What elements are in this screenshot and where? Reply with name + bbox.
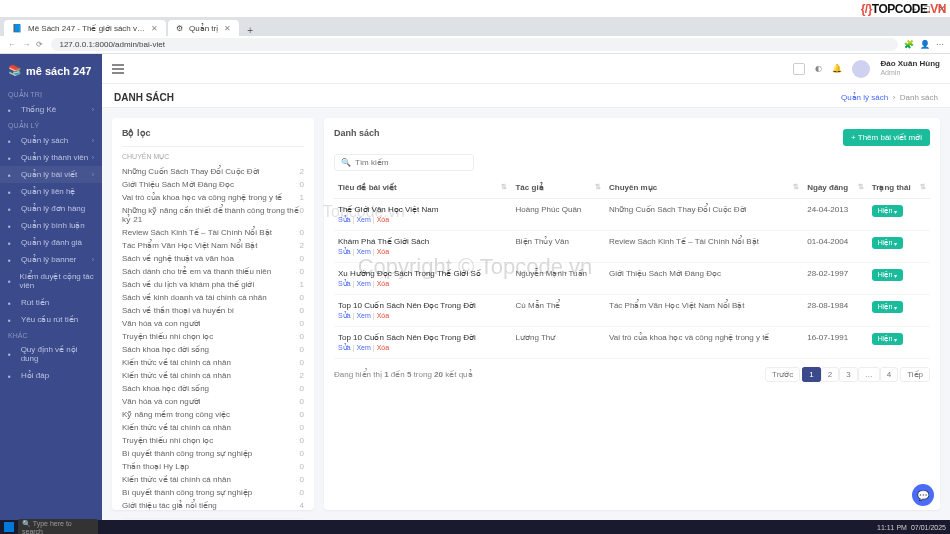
pager-page[interactable]: … xyxy=(858,367,880,382)
category-filter-item[interactable]: Sách khoa học đời sống0 xyxy=(122,343,304,356)
browser-tab-1[interactable]: ⚙ Quản trị ✕ xyxy=(168,20,239,36)
category-filter-item[interactable]: Truyện thiếu nhi chọn lọc0 xyxy=(122,434,304,447)
fullscreen-icon[interactable] xyxy=(793,63,805,75)
category-filter-item[interactable]: Sách về nghệ thuật và văn hóa0 xyxy=(122,252,304,265)
category-filter-item[interactable]: Sách khoa học đời sống0 xyxy=(122,382,304,395)
column-header[interactable]: Tiêu đề bài viết⇅ xyxy=(334,177,511,199)
pager-next[interactable]: Tiếp xyxy=(900,367,930,382)
sidebar-item[interactable]: ▪Quản lý sách› xyxy=(0,132,102,149)
search-input[interactable] xyxy=(355,158,467,167)
new-tab-button[interactable]: + xyxy=(241,25,259,36)
column-header[interactable]: Trạng thái⇅ xyxy=(868,177,930,199)
extensions-icon[interactable]: 🧩 xyxy=(904,40,914,49)
category-filter-item[interactable]: Vai trò của khoa học và công nghệ trong … xyxy=(122,191,304,204)
category-filter-item[interactable]: Kiến thức về tài chính cá nhân0 xyxy=(122,421,304,434)
category-filter-item[interactable]: Những Cuốn Sách Thay Đổi Cuộc Đời2 xyxy=(122,165,304,178)
user-menu[interactable]: Đào Xuân Hùng Admin xyxy=(880,60,940,76)
profile-icon[interactable]: 👤 xyxy=(920,40,930,49)
sidebar-item[interactable]: ▪Quản lý liên hệ xyxy=(0,183,102,200)
category-filter-item[interactable]: Văn hóa và con người0 xyxy=(122,317,304,330)
row-delete-link[interactable]: Xóa xyxy=(377,312,389,319)
theme-toggle-icon[interactable]: ◐ xyxy=(815,64,822,73)
row-view-link[interactable]: Xem xyxy=(356,312,370,319)
pager-page[interactable]: 4 xyxy=(880,367,898,382)
start-button[interactable] xyxy=(4,522,14,532)
row-delete-link[interactable]: Xóa xyxy=(377,216,389,223)
sidebar-item[interactable]: ▪Quản lý banner› xyxy=(0,251,102,268)
hamburger-icon[interactable] xyxy=(112,64,124,74)
sidebar-item[interactable]: ▪Quản lý đánh giá xyxy=(0,234,102,251)
row-edit-link[interactable]: Sửa xyxy=(338,216,351,223)
chat-fab[interactable]: 💬 xyxy=(912,484,934,506)
sidebar-item[interactable]: ▪Hỏi đáp xyxy=(0,367,102,384)
add-post-button[interactable]: + Thêm bài viết mới xyxy=(843,129,930,146)
category-filter-item[interactable]: Văn hóa và con người0 xyxy=(122,395,304,408)
taskbar-search[interactable]: 🔍 Type here to search xyxy=(18,519,98,535)
sidebar-item[interactable]: ▪Yêu cầu rút tiền xyxy=(0,311,102,328)
tab-close-icon[interactable]: ✕ xyxy=(224,24,231,33)
sidebar-item[interactable]: ▪Quản lý thành viên› xyxy=(0,149,102,166)
sidebar-item[interactable]: ▪Quy định về nội dung xyxy=(0,341,102,367)
category-filter-item[interactable]: Những kỹ năng cần thiết để thành công tr… xyxy=(122,204,304,226)
tray-date[interactable]: 07/01/2025 xyxy=(911,524,946,531)
row-delete-link[interactable]: Xóa xyxy=(377,344,389,351)
row-edit-link[interactable]: Sửa xyxy=(338,312,351,319)
row-edit-link[interactable]: Sửa xyxy=(338,248,351,255)
sidebar-item[interactable]: ▪Rút tiền xyxy=(0,294,102,311)
row-delete-link[interactable]: Xóa xyxy=(377,248,389,255)
category-filter-item[interactable]: Giới thiệu tác giả nổi tiếng4 xyxy=(122,499,304,512)
category-filter-item[interactable]: Giới Thiệu Sách Mới Đáng Đọc0 xyxy=(122,178,304,191)
category-filter-item[interactable]: Sách về kinh doanh và tài chính cá nhân0 xyxy=(122,291,304,304)
sidebar-item[interactable]: ▪Quản lý đơn hàng xyxy=(0,200,102,217)
tab-close-icon[interactable]: ✕ xyxy=(151,24,158,33)
nav-back-icon[interactable]: ← xyxy=(8,40,16,49)
column-header[interactable]: Ngày đăng⇅ xyxy=(803,177,868,199)
column-header[interactable]: Tác giả⇅ xyxy=(511,177,605,199)
category-filter-item[interactable]: Truyện thiếu nhi chọn lọc0 xyxy=(122,330,304,343)
status-badge[interactable]: Hiện ▾ xyxy=(872,205,904,217)
category-filter-item[interactable]: Sách về du lịch và khám phá thế giới1 xyxy=(122,278,304,291)
row-view-link[interactable]: Xem xyxy=(356,216,370,223)
category-filter-item[interactable]: Kỹ năng mềm trong công việc0 xyxy=(122,408,304,421)
row-view-link[interactable]: Xem xyxy=(356,248,370,255)
sidebar-item[interactable]: ▪Quản lý bình luận xyxy=(0,217,102,234)
nav-forward-icon[interactable]: → xyxy=(22,40,30,49)
nav-reload-icon[interactable]: ⟳ xyxy=(36,40,43,49)
category-filter-item[interactable]: Kiến thức về tài chính cá nhân0 xyxy=(122,356,304,369)
category-filter-item[interactable]: Review Sách Kinh Tế – Tài Chính Nổi Bật0 xyxy=(122,226,304,239)
pager-page[interactable]: 1 xyxy=(802,367,820,382)
sidebar-item[interactable]: ▪Thống Kê› xyxy=(0,101,102,118)
status-badge[interactable]: Hiện ▾ xyxy=(872,301,904,313)
row-delete-link[interactable]: Xóa xyxy=(377,280,389,287)
pager-prev[interactable]: Trước xyxy=(765,367,800,382)
category-filter-item[interactable]: Thần thoại Hy Lạp0 xyxy=(122,460,304,473)
category-filter-item[interactable]: Bí quyết thành công trong sự nghiệp0 xyxy=(122,486,304,499)
category-filter-item[interactable]: Sách về thần thoại và huyền bí0 xyxy=(122,304,304,317)
notifications-icon[interactable]: 🔔 xyxy=(832,64,842,73)
address-bar[interactable]: 127.0.0.1:8000/admin/bai-viet xyxy=(51,38,898,51)
category-filter-item[interactable]: Kiến thức về tài chính cá nhân0 xyxy=(122,473,304,486)
category-filter-item[interactable]: Bí quyết thành công trong sự nghiệp0 xyxy=(122,447,304,460)
row-edit-link[interactable]: Sửa xyxy=(338,344,351,351)
pager-page[interactable]: 2 xyxy=(821,367,839,382)
sidebar-item[interactable]: ▪Quản lý bài viết› xyxy=(0,166,102,183)
tray-time[interactable]: 11:11 PM xyxy=(877,524,907,531)
category-filter-item[interactable]: Kiến thức về tài chính cá nhân2 xyxy=(122,369,304,382)
search-box[interactable]: 🔍 xyxy=(334,154,474,171)
row-view-link[interactable]: Xem xyxy=(356,280,370,287)
row-edit-link[interactable]: Sửa xyxy=(338,280,351,287)
pager-page[interactable]: 3 xyxy=(839,367,857,382)
breadcrumb-root[interactable]: Quản lý sách xyxy=(841,93,888,102)
category-filter-item[interactable]: Sách dành cho trẻ em và thanh thiếu niên… xyxy=(122,265,304,278)
row-view-link[interactable]: Xem xyxy=(356,344,370,351)
menu-icon[interactable]: ⋯ xyxy=(936,40,944,49)
avatar[interactable] xyxy=(852,60,870,78)
column-header[interactable]: Chuyên mục⇅ xyxy=(605,177,803,199)
brand-logo[interactable]: 📚 mê sách 247 xyxy=(0,60,102,87)
status-badge[interactable]: Hiện ▾ xyxy=(872,269,904,281)
sidebar-item[interactable]: ▪Kiểm duyệt cộng tác viên xyxy=(0,268,102,294)
browser-tab-0[interactable]: 📘 Mê Sách 247 - Thế giới sách v… ✕ xyxy=(4,20,166,36)
category-filter-item[interactable]: Tác Phẩm Văn Học Việt Nam Nổi Bật2 xyxy=(122,239,304,252)
status-badge[interactable]: Hiện ▾ xyxy=(872,333,904,345)
status-badge[interactable]: Hiện ▾ xyxy=(872,237,904,249)
